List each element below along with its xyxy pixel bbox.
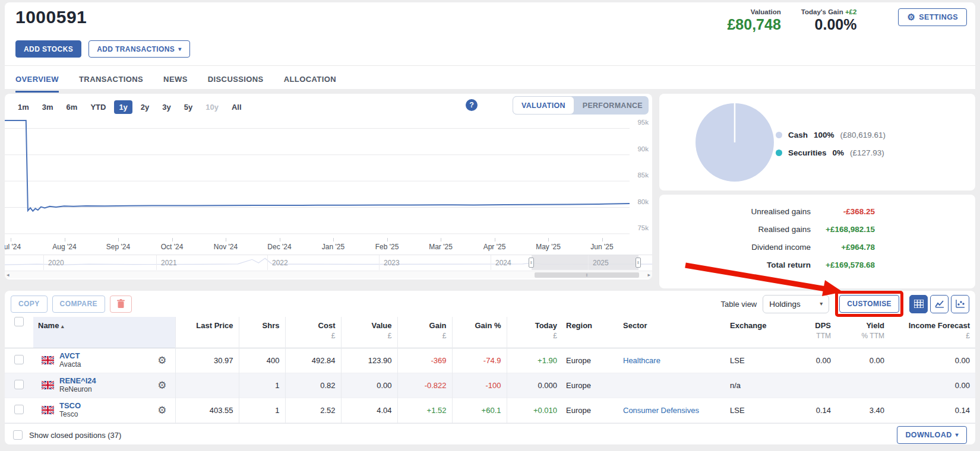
column-last-price[interactable]: Last Price (175, 317, 239, 348)
valuation-value: £80,748 (727, 16, 780, 33)
ticker-link[interactable]: AVCT (59, 352, 81, 361)
compare-button[interactable]: COMPARE (52, 296, 105, 313)
settings-button[interactable]: ⚙ SETTINGS (898, 8, 967, 26)
cell-yield: 0.00 (836, 348, 890, 373)
add-stocks-button[interactable]: ADD STOCKS (15, 40, 81, 58)
ticker-link[interactable]: TSCO (59, 402, 81, 411)
total-return-value: +£169,578.68 (811, 261, 875, 269)
row-gear-icon[interactable]: ⚙ (157, 379, 166, 392)
allocation-legend: Cash 100% (£80,619.61) Securities 0% (£1… (776, 126, 886, 161)
page-title: 1000591 (15, 7, 87, 27)
tab-transactions[interactable]: TRANSACTIONS (79, 66, 143, 93)
download-button[interactable]: DOWNLOAD ▾ (897, 426, 967, 444)
copy-button[interactable]: COPY (11, 296, 48, 313)
row-checkbox[interactable] (14, 355, 24, 364)
column-gain[interactable]: Gain£ (397, 317, 452, 348)
cell-sector[interactable]: Consumer Defensives (619, 398, 726, 423)
company-name: Tesco (59, 411, 81, 419)
row-checkbox[interactable] (14, 380, 24, 389)
row-checkbox[interactable] (14, 405, 24, 414)
row-gear-icon[interactable]: ⚙ (157, 404, 166, 417)
column-dps[interactable]: DPSTTM (795, 317, 836, 348)
column-income-forecast[interactable]: Income Forecast£ (890, 317, 975, 348)
range-1m[interactable]: 1m (13, 100, 34, 114)
range-3m[interactable]: 3m (37, 100, 58, 114)
todays-gain-pct: 0.00% (801, 16, 857, 33)
range-6m[interactable]: 6m (62, 100, 83, 114)
customise-button[interactable]: CUSTOMISE (839, 295, 899, 313)
line-chart-view-button[interactable] (930, 295, 949, 313)
cell-dps (795, 373, 836, 398)
column-exchange[interactable]: Exchange (726, 317, 795, 348)
navigator-year-label: 2023 (384, 259, 400, 267)
select-all-checkbox[interactable] (14, 317, 24, 326)
add-transactions-button[interactable]: ADD TRANSACTIONS ▾ (88, 40, 190, 58)
cell-today: +0.010 (507, 398, 562, 423)
tab-bar: OVERVIEW TRANSACTIONS NEWS DISCUSSIONS A… (5, 65, 975, 93)
chart-horizontal-scrollbar[interactable]: ◂ ▸ ‖ (5, 271, 652, 278)
unrealised-gains-row: Unrealised gains -£368.25 (715, 202, 875, 220)
line-chart-icon (935, 300, 944, 308)
column-name[interactable]: Name ▴ (33, 317, 175, 348)
row-gear-icon[interactable]: ⚙ (157, 354, 166, 367)
tab-discussions[interactable]: DISCUSSIONS (208, 66, 264, 93)
cell-cost: 2.52 (285, 398, 341, 423)
cell-value: 0.00 (341, 373, 397, 398)
column-shrs[interactable]: Shrs (239, 317, 285, 348)
scroll-left-icon[interactable]: ◂ (7, 271, 10, 279)
table-grid-icon (914, 300, 924, 308)
legend-row-securities: Securities 0% (£127.93) (776, 144, 886, 161)
tab-overview[interactable]: OVERVIEW (15, 66, 59, 93)
toggle-valuation[interactable]: VALUATION (513, 96, 574, 115)
column-yield[interactable]: Yield% TTM (836, 317, 890, 348)
range-ytd[interactable]: YTD (86, 100, 110, 114)
column-today[interactable]: Today£ (507, 317, 562, 348)
scroll-right-icon[interactable]: ▸ (647, 271, 650, 279)
tab-allocation[interactable]: ALLOCATION (284, 66, 336, 93)
x-axis-tick: Dec '24 (267, 243, 291, 251)
scrollbar-thumb[interactable]: ‖ (535, 272, 639, 278)
tab-news[interactable]: NEWS (163, 66, 188, 93)
navigator-selection[interactable] (532, 255, 638, 270)
navigator-left-handle[interactable]: ‖ (529, 258, 534, 268)
caret-down-icon: ▾ (820, 301, 823, 307)
y-axis-tick: 80k (628, 198, 649, 205)
x-axis-tick: Nov '24 (214, 243, 238, 251)
todays-gain-metric: Today's Gain +£2 0.00% (801, 8, 857, 33)
cell-sector[interactable]: Healthcare (619, 348, 726, 373)
valuation-metric: Valuation £80,748 (727, 8, 780, 33)
y-axis-tick: 75k (628, 224, 649, 231)
table-view-select[interactable]: Holdings ▾ (763, 295, 829, 313)
help-icon[interactable]: ? (466, 99, 478, 111)
delete-button[interactable] (110, 296, 132, 313)
ticker-link[interactable]: RENE^I24 (59, 377, 96, 386)
navigator-right-handle[interactable]: ‖ (636, 258, 641, 268)
table-view-button[interactable] (909, 295, 928, 313)
column-value[interactable]: Value£ (341, 317, 397, 348)
navigator-year-label: 2021 (161, 259, 177, 267)
column-cost[interactable]: Cost£ (285, 317, 341, 348)
cell-today: +1.90 (507, 348, 562, 373)
range-2y[interactable]: 2y (136, 100, 154, 114)
toggle-performance[interactable]: PERFORMANCE (574, 96, 651, 115)
scatter-chart-view-button[interactable] (951, 295, 969, 313)
range-5y[interactable]: 5y (179, 100, 197, 114)
line-chart-svg (5, 116, 652, 238)
uk-flag-icon (42, 406, 54, 414)
column-gain-pct[interactable]: Gain % (452, 317, 507, 348)
cell-shrs: 1 (239, 373, 285, 398)
cell-exchange: n/a (726, 373, 795, 398)
total-return-row: Total return +£169,578.68 (715, 256, 875, 274)
column-sector[interactable]: Sector (619, 317, 726, 348)
gains-summary-card: Unrealised gains -£368.25 Realised gains… (659, 195, 975, 288)
range-1y[interactable]: 1y (114, 100, 132, 114)
range-all[interactable]: All (227, 100, 246, 114)
cell-shrs: 1 (239, 398, 285, 423)
chart-x-axis: Jul '24Aug '24Sep '24Oct '24Nov '24Dec '… (5, 240, 652, 253)
chart-mode-toggle: VALUATION PERFORMANCE (513, 96, 649, 115)
range-3y[interactable]: 3y (157, 100, 175, 114)
show-closed-checkbox[interactable] (13, 430, 23, 440)
show-closed-label: Show closed positions (37) (29, 431, 121, 440)
column-region[interactable]: Region (562, 317, 619, 348)
cell-region: Europe (562, 398, 619, 423)
